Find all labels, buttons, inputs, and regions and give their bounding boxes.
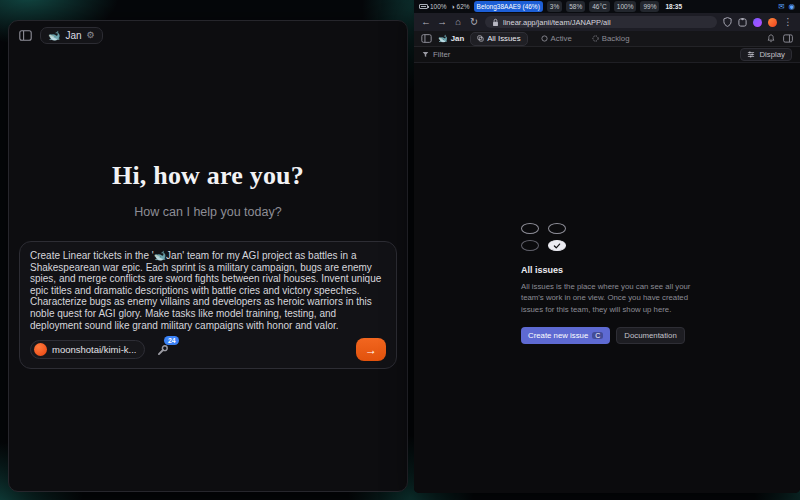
profile-avatar[interactable] [753,18,762,27]
sidebar-toggle-icon[interactable] [19,30,32,41]
greeting-title: Hi, how are you? [19,161,397,191]
empty-state-description: All issues is the place where you can se… [521,281,693,315]
tab-all-issues-label: All Issues [487,34,520,43]
jan-titlebar: 🐋 Jan ⚙ [9,21,407,49]
extensions-icon[interactable] [738,18,747,27]
right-panel-icon[interactable] [783,34,793,43]
linear-issues-view: All issues All issues is the place where… [414,63,800,493]
brightness-icon: ◑ [451,3,455,10]
shortcut-key-badge: C [592,332,603,339]
model-label: moonshotai/kimi-k... [52,344,136,355]
jan-app-window: 🐋 Jan ⚙ Hi, how are you? How can I help … [8,20,408,492]
memory-badge: 58% [566,1,585,11]
url-text: linear.app/janii/team/JANAPP/all [503,18,611,27]
disk-badge: 100% [614,1,637,11]
issue-oval-icon [548,223,566,234]
lock-icon [492,18,499,27]
jan-chat-area: Hi, how are you? How can I help you toda… [9,49,407,369]
active-circle-icon [541,35,548,42]
browser-toolbar: ← → ⌂ ↻ linear.app/janii/team/JANAPP/all… [414,13,800,31]
secondary-indicator: ◑ 62% [451,3,470,10]
back-button[interactable]: ← [421,17,431,27]
create-new-issue-label: Create new issue [528,331,588,340]
jan-title: Jan [65,30,81,41]
browser-window: 100% ◑ 62% Belong38AAE9 (46%) 3% 58% 46°… [414,0,800,493]
shield-icon[interactable] [723,17,732,27]
backlog-circle-icon [592,35,599,42]
issue-oval-icon [521,240,539,251]
issue-oval-icon [521,223,539,234]
tab-backlog[interactable]: Backlog [585,32,637,46]
empty-state-title: All issues [521,265,693,275]
network-badge: Belong38AAE9 (46%) [474,1,543,11]
chat-icon[interactable]: ◉ [788,2,795,11]
linear-filter-bar: Filter Display [414,47,800,63]
workspace-name: Jan [451,34,464,43]
device-status-bar: 100% ◑ 62% Belong38AAE9 (46%) 3% 58% 46°… [414,0,800,13]
filter-icon [422,51,429,58]
display-button[interactable]: Display [740,48,792,61]
tools-button[interactable]: 24 [157,344,169,356]
send-button[interactable]: → [356,338,386,361]
tab-active-label: Active [551,34,572,43]
clock: 18:35 [665,3,682,10]
tab-active[interactable]: Active [534,32,579,46]
linear-sidebar-toggle-icon[interactable] [421,34,432,43]
status-tray: ✉ ◉ [778,2,795,11]
refresh-button[interactable]: ↻ [469,17,479,27]
jan-emoji: 🐋 [48,30,60,41]
forward-button[interactable]: → [437,17,447,27]
tools-icon [157,344,169,356]
model-selector[interactable]: moonshotai/kimi-k... [30,340,145,359]
filter-button[interactable]: Filter [422,50,450,59]
linear-header: 🐋 Jan All Issues Active Backlog [414,31,800,47]
linear-header-actions [767,34,793,43]
secondary-percent: 62% [457,3,470,10]
empty-state-illustration [521,223,693,251]
battery-indicator: 100% [419,3,447,10]
send-arrow-icon: → [365,343,377,357]
chat-input[interactable]: Create Linear tickets in the '🐋Jan' team… [19,241,397,369]
all-issues-icon [477,35,484,42]
tools-count-badge: 24 [164,336,179,345]
home-button[interactable]: ⌂ [453,17,463,27]
display-sliders-icon [747,51,755,58]
battery-percent: 100% [430,3,447,10]
cpu-badge: 3% [547,1,562,11]
filter-label: Filter [433,50,450,59]
mail-icon[interactable]: ✉ [778,2,784,11]
empty-state-actions: Create new issue C Documentation [521,327,693,344]
notifications-bell-icon[interactable] [767,34,775,43]
extra-badge: 99% [640,1,659,11]
issue-done-icon [548,240,566,251]
jan-workspace-button[interactable]: 🐋 Jan ⚙ [40,27,103,44]
chat-input-controls: moonshotai/kimi-k... 24 → [30,338,386,361]
gear-icon[interactable]: ⚙ [87,30,95,40]
tab-backlog-label: Backlog [602,34,630,43]
empty-state: All issues All issues is the place where… [521,223,693,344]
browser-menu-button[interactable]: ⋮ [783,17,793,27]
address-bar[interactable]: linear.app/janii/team/JANAPP/all [485,16,717,28]
battery-icon [419,4,428,9]
workspace-emoji: 🐋 [438,34,448,43]
documentation-button[interactable]: Documentation [616,327,684,344]
account-avatar[interactable] [768,18,777,27]
create-new-issue-button[interactable]: Create new issue C [521,327,610,344]
display-label: Display [759,50,785,59]
linear-workspace-switcher[interactable]: 🐋 Jan [438,34,464,43]
model-provider-icon [34,343,47,356]
temperature-badge: 46°C [589,1,610,11]
greeting-subtitle: How can I help you today? [19,205,397,219]
tab-all-issues[interactable]: All Issues [470,32,527,46]
prompt-text[interactable]: Create Linear tickets in the '🐋Jan' team… [30,250,386,331]
